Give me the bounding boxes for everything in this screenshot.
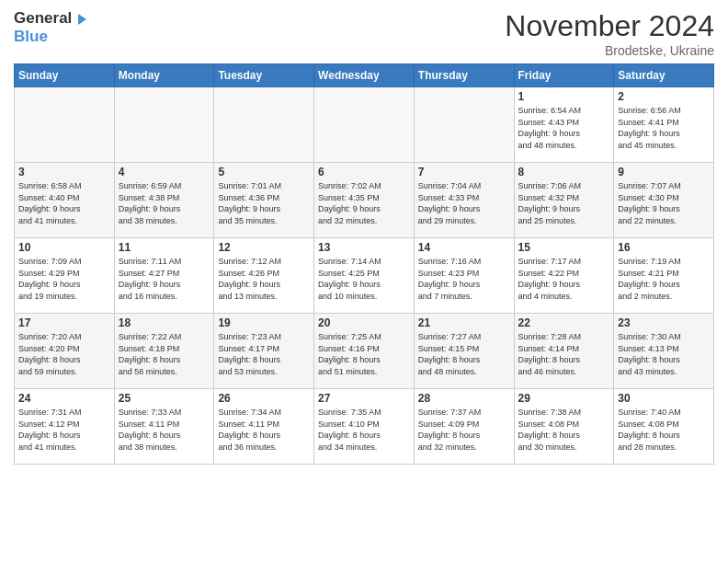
day-cell: 27Sunrise: 7:35 AM Sunset: 4:10 PM Dayli… xyxy=(314,389,415,465)
logo: General Blue xyxy=(14,9,86,45)
day-number: 2 xyxy=(618,90,710,103)
day-number: 11 xyxy=(119,241,210,254)
day-info: Sunrise: 7:23 AM Sunset: 4:17 PM Dayligh… xyxy=(218,331,310,377)
day-cell: 9Sunrise: 7:07 AM Sunset: 4:30 PM Daylig… xyxy=(614,163,714,238)
day-info: Sunrise: 7:37 AM Sunset: 4:09 PM Dayligh… xyxy=(418,407,510,453)
day-info: Sunrise: 7:14 AM Sunset: 4:25 PM Dayligh… xyxy=(318,256,410,302)
day-cell: 14Sunrise: 7:16 AM Sunset: 4:23 PM Dayli… xyxy=(414,238,514,314)
day-info: Sunrise: 7:12 AM Sunset: 4:26 PM Dayligh… xyxy=(218,256,310,302)
week-row-4: 17Sunrise: 7:20 AM Sunset: 4:20 PM Dayli… xyxy=(15,314,714,389)
day-cell: 1Sunrise: 6:54 AM Sunset: 4:43 PM Daylig… xyxy=(514,87,614,163)
day-number: 15 xyxy=(518,241,610,254)
day-info: Sunrise: 7:33 AM Sunset: 4:11 PM Dayligh… xyxy=(119,407,210,453)
logo-arrow-icon xyxy=(78,14,86,25)
day-number: 1 xyxy=(518,90,610,103)
weekday-thursday: Thursday xyxy=(414,64,514,87)
day-number: 17 xyxy=(18,316,110,329)
month-title: November 2024 xyxy=(505,9,714,43)
day-cell: 10Sunrise: 7:09 AM Sunset: 4:29 PM Dayli… xyxy=(15,238,115,314)
day-cell: 30Sunrise: 7:40 AM Sunset: 4:08 PM Dayli… xyxy=(614,389,714,465)
header-row: General Blue November 2024 Brodetske, Uk… xyxy=(14,9,714,58)
day-info: Sunrise: 7:31 AM Sunset: 4:12 PM Dayligh… xyxy=(18,407,110,453)
day-number: 8 xyxy=(518,166,610,178)
day-info: Sunrise: 7:27 AM Sunset: 4:15 PM Dayligh… xyxy=(418,331,510,377)
week-row-3: 10Sunrise: 7:09 AM Sunset: 4:29 PM Dayli… xyxy=(15,238,714,314)
day-cell: 19Sunrise: 7:23 AM Sunset: 4:17 PM Dayli… xyxy=(214,314,314,389)
day-number: 19 xyxy=(218,316,310,329)
day-cell: 28Sunrise: 7:37 AM Sunset: 4:09 PM Dayli… xyxy=(414,389,514,465)
day-info: Sunrise: 7:34 AM Sunset: 4:11 PM Dayligh… xyxy=(218,407,310,453)
day-cell: 23Sunrise: 7:30 AM Sunset: 4:13 PM Dayli… xyxy=(614,314,714,389)
day-info: Sunrise: 7:06 AM Sunset: 4:32 PM Dayligh… xyxy=(518,180,610,226)
day-info: Sunrise: 7:09 AM Sunset: 4:29 PM Dayligh… xyxy=(18,256,110,302)
day-cell: 20Sunrise: 7:25 AM Sunset: 4:16 PM Dayli… xyxy=(314,314,415,389)
weekday-header-row: SundayMondayTuesdayWednesdayThursdayFrid… xyxy=(15,64,714,87)
day-info: Sunrise: 6:54 AM Sunset: 4:43 PM Dayligh… xyxy=(518,105,610,151)
day-info: Sunrise: 7:35 AM Sunset: 4:10 PM Dayligh… xyxy=(318,407,410,453)
weekday-friday: Friday xyxy=(514,64,614,87)
weekday-saturday: Saturday xyxy=(614,64,714,87)
day-cell: 12Sunrise: 7:12 AM Sunset: 4:26 PM Dayli… xyxy=(214,238,314,314)
day-cell: 16Sunrise: 7:19 AM Sunset: 4:21 PM Dayli… xyxy=(614,238,714,314)
day-cell: 5Sunrise: 7:01 AM Sunset: 4:36 PM Daylig… xyxy=(214,163,314,238)
day-number: 20 xyxy=(318,316,410,329)
day-info: Sunrise: 7:04 AM Sunset: 4:33 PM Dayligh… xyxy=(418,180,510,226)
day-number: 25 xyxy=(119,392,210,405)
day-info: Sunrise: 6:59 AM Sunset: 4:38 PM Dayligh… xyxy=(119,180,210,226)
day-info: Sunrise: 7:19 AM Sunset: 4:21 PM Dayligh… xyxy=(618,256,710,302)
day-cell: 29Sunrise: 7:38 AM Sunset: 4:08 PM Dayli… xyxy=(514,389,614,465)
calendar-table: SundayMondayTuesdayWednesdayThursdayFrid… xyxy=(14,63,714,465)
day-number: 16 xyxy=(618,241,710,254)
title-block: November 2024 Brodetske, Ukraine xyxy=(505,9,714,58)
day-number: 7 xyxy=(418,166,510,178)
day-number: 6 xyxy=(318,166,410,178)
day-info: Sunrise: 7:38 AM Sunset: 4:08 PM Dayligh… xyxy=(518,407,610,453)
day-cell: 8Sunrise: 7:06 AM Sunset: 4:32 PM Daylig… xyxy=(514,163,614,238)
day-cell: 4Sunrise: 6:59 AM Sunset: 4:38 PM Daylig… xyxy=(114,163,214,238)
day-info: Sunrise: 7:02 AM Sunset: 4:35 PM Dayligh… xyxy=(318,180,410,226)
day-cell: 2Sunrise: 6:56 AM Sunset: 4:41 PM Daylig… xyxy=(614,87,714,163)
day-info: Sunrise: 7:25 AM Sunset: 4:16 PM Dayligh… xyxy=(318,331,410,377)
day-cell: 18Sunrise: 7:22 AM Sunset: 4:18 PM Dayli… xyxy=(114,314,214,389)
logo-blue: Blue xyxy=(14,28,86,46)
day-info: Sunrise: 7:07 AM Sunset: 4:30 PM Dayligh… xyxy=(618,180,710,226)
day-number: 9 xyxy=(618,166,710,178)
day-info: Sunrise: 7:17 AM Sunset: 4:22 PM Dayligh… xyxy=(518,256,610,302)
day-number: 18 xyxy=(119,316,210,329)
logo-general: General xyxy=(14,9,72,27)
week-row-2: 3Sunrise: 6:58 AM Sunset: 4:40 PM Daylig… xyxy=(15,163,714,238)
day-info: Sunrise: 7:22 AM Sunset: 4:18 PM Dayligh… xyxy=(119,331,210,377)
location: Brodetske, Ukraine xyxy=(505,43,714,58)
day-number: 24 xyxy=(18,392,110,405)
day-cell: 3Sunrise: 6:58 AM Sunset: 4:40 PM Daylig… xyxy=(15,163,115,238)
day-info: Sunrise: 7:40 AM Sunset: 4:08 PM Dayligh… xyxy=(618,407,710,453)
day-cell: 15Sunrise: 7:17 AM Sunset: 4:22 PM Dayli… xyxy=(514,238,614,314)
day-cell xyxy=(214,87,314,163)
weekday-tuesday: Tuesday xyxy=(214,64,314,87)
day-cell: 22Sunrise: 7:28 AM Sunset: 4:14 PM Dayli… xyxy=(514,314,614,389)
logo-text: General Blue xyxy=(14,9,86,45)
day-cell: 13Sunrise: 7:14 AM Sunset: 4:25 PM Dayli… xyxy=(314,238,415,314)
day-cell: 26Sunrise: 7:34 AM Sunset: 4:11 PM Dayli… xyxy=(214,389,314,465)
day-cell: 24Sunrise: 7:31 AM Sunset: 4:12 PM Dayli… xyxy=(15,389,115,465)
day-cell xyxy=(314,87,415,163)
day-number: 10 xyxy=(18,241,110,254)
day-info: Sunrise: 7:30 AM Sunset: 4:13 PM Dayligh… xyxy=(618,331,710,377)
day-cell: 7Sunrise: 7:04 AM Sunset: 4:33 PM Daylig… xyxy=(414,163,514,238)
day-info: Sunrise: 7:01 AM Sunset: 4:36 PM Dayligh… xyxy=(218,180,310,226)
weekday-wednesday: Wednesday xyxy=(314,64,415,87)
day-cell xyxy=(414,87,514,163)
weekday-sunday: Sunday xyxy=(15,64,115,87)
weekday-monday: Monday xyxy=(114,64,214,87)
day-number: 26 xyxy=(218,392,310,405)
day-info: Sunrise: 7:11 AM Sunset: 4:27 PM Dayligh… xyxy=(119,256,210,302)
day-info: Sunrise: 6:58 AM Sunset: 4:40 PM Dayligh… xyxy=(18,180,110,226)
day-cell: 21Sunrise: 7:27 AM Sunset: 4:15 PM Dayli… xyxy=(414,314,514,389)
day-number: 12 xyxy=(218,241,310,254)
day-number: 13 xyxy=(318,241,410,254)
page-container: General Blue November 2024 Brodetske, Uk… xyxy=(0,0,728,474)
day-number: 14 xyxy=(418,241,510,254)
day-cell: 11Sunrise: 7:11 AM Sunset: 4:27 PM Dayli… xyxy=(114,238,214,314)
day-number: 28 xyxy=(418,392,510,405)
day-cell: 25Sunrise: 7:33 AM Sunset: 4:11 PM Dayli… xyxy=(114,389,214,465)
